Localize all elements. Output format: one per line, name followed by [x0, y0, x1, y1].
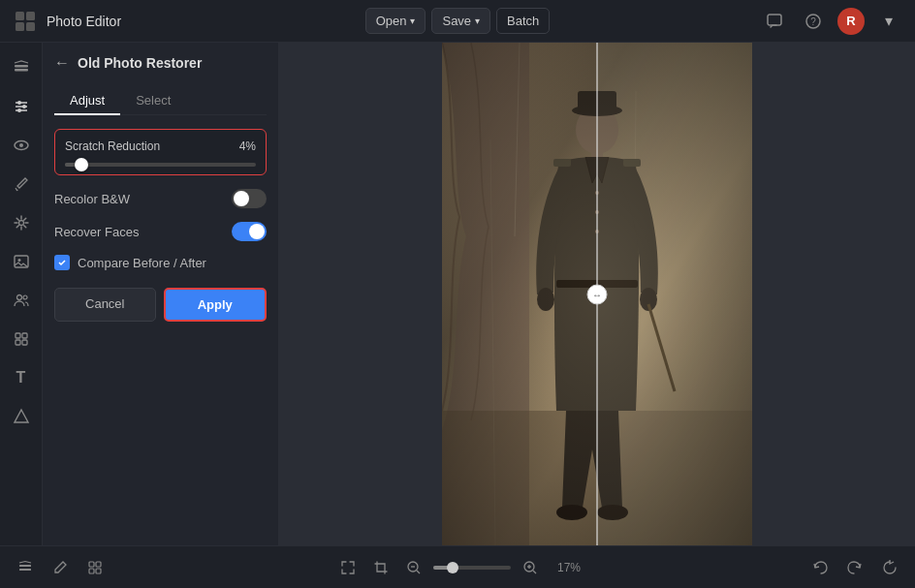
compare-checkbox[interactable]	[54, 255, 70, 270]
recover-faces-label: Recover Faces	[54, 225, 139, 239]
zoom-in-icon[interactable]	[517, 554, 544, 581]
svg-rect-52	[19, 565, 31, 567]
panel-back-button[interactable]: ← Old Photo Restorer	[54, 54, 267, 72]
app-title: Photo Editor	[47, 14, 121, 29]
svg-rect-1	[26, 12, 35, 20]
svg-point-21	[23, 295, 27, 299]
recover-faces-toggle[interactable]	[232, 222, 267, 241]
svg-rect-22	[16, 333, 20, 338]
plugin-icon[interactable]	[4, 322, 39, 356]
tab-row: Adjust Select	[54, 87, 267, 115]
sliders-icon[interactable]	[4, 89, 39, 124]
grid2-icon[interactable]	[81, 554, 109, 581]
undo-icon[interactable]	[806, 554, 834, 581]
batch-button[interactable]: Batch	[496, 8, 550, 34]
svg-rect-54	[89, 562, 94, 567]
layers-icon[interactable]	[4, 50, 39, 85]
cancel-button[interactable]: Cancel	[54, 288, 156, 322]
zoom-out-icon[interactable]	[400, 554, 427, 581]
layers2-icon[interactable]	[12, 554, 39, 581]
shape-icon[interactable]	[4, 399, 39, 434]
svg-rect-57	[96, 569, 101, 573]
photo-container: ↔	[442, 43, 752, 545]
zoom-slider[interactable]	[433, 566, 511, 570]
compare-row: Compare Before / After	[54, 255, 267, 270]
photo-canvas: ↔	[442, 43, 752, 545]
compare-label: Compare Before / After	[78, 256, 206, 270]
scratch-reduction-box: Scratch Reduction 4%	[54, 129, 267, 175]
action-buttons: Cancel Apply	[54, 288, 267, 322]
svg-rect-0	[16, 12, 24, 20]
svg-point-12	[17, 101, 21, 105]
people-icon[interactable]	[4, 283, 39, 318]
bottombar: 17%	[0, 545, 915, 588]
svg-point-20	[16, 295, 21, 300]
zoom-percentage: 17%	[550, 561, 581, 574]
apply-button[interactable]: Apply	[164, 288, 268, 322]
svg-rect-8	[15, 69, 28, 72]
svg-text:↔: ↔	[592, 290, 602, 300]
svg-line-60	[417, 571, 420, 573]
svg-rect-4	[768, 15, 781, 25]
main-area: T ← Old Photo Restorer Adjust Select Scr…	[0, 43, 915, 545]
svg-rect-2	[16, 22, 24, 31]
recolor-bw-row: Recolor B&W	[54, 189, 267, 208]
crop2-icon[interactable]	[367, 554, 394, 581]
brush-icon[interactable]	[4, 167, 39, 201]
open-button[interactable]: Open ▾	[365, 8, 426, 34]
svg-rect-7	[15, 65, 28, 68]
fit-screen-icon[interactable]	[334, 554, 362, 581]
svg-point-19	[17, 259, 20, 262]
recolor-bw-toggle[interactable]	[232, 189, 267, 208]
chat-icon[interactable]	[760, 7, 789, 36]
tab-adjust[interactable]: Adjust	[54, 87, 120, 115]
save-chevron-icon: ▾	[475, 15, 480, 26]
svg-rect-23	[22, 333, 27, 338]
canvas-area: ↔	[279, 43, 915, 545]
panel: ← Old Photo Restorer Adjust Select Scrat…	[43, 43, 279, 545]
eye-icon[interactable]	[4, 128, 39, 163]
user-avatar[interactable]: R	[837, 8, 865, 35]
svg-line-64	[533, 571, 536, 573]
scratch-reduction-slider[interactable]	[65, 163, 256, 167]
scratch-reduction-label: Scratch Reduction	[65, 139, 160, 153]
svg-rect-3	[26, 22, 35, 31]
recolor-bw-label: Recolor B&W	[54, 192, 130, 206]
svg-rect-25	[22, 340, 27, 345]
app-logo	[12, 8, 39, 35]
expand-icon[interactable]: ▾	[874, 7, 903, 36]
topbar: Photo Editor Open ▾ Save ▾ Batch ?	[0, 0, 915, 43]
magic-icon[interactable]	[4, 205, 39, 240]
tab-select[interactable]: Select	[120, 87, 186, 115]
svg-rect-53	[19, 569, 31, 571]
open-chevron-icon: ▾	[410, 15, 415, 26]
svg-point-13	[22, 105, 26, 108]
panel-title: Old Photo Restorer	[78, 55, 202, 71]
icon-sidebar: T	[0, 43, 43, 545]
redo-icon[interactable]	[841, 554, 868, 581]
photo-icon[interactable]	[4, 244, 39, 279]
edit2-icon[interactable]	[47, 554, 74, 581]
svg-rect-24	[16, 340, 20, 345]
reset-icon[interactable]	[876, 554, 903, 581]
svg-rect-55	[96, 562, 101, 567]
back-arrow-icon: ←	[54, 54, 70, 72]
svg-text:?: ?	[810, 16, 816, 27]
svg-point-17	[18, 221, 23, 226]
svg-point-14	[17, 108, 21, 112]
help-icon[interactable]: ?	[799, 7, 828, 36]
save-button[interactable]: Save ▾	[431, 8, 490, 34]
svg-point-16	[19, 143, 23, 147]
recover-faces-row: Recover Faces	[54, 222, 267, 241]
text-icon[interactable]: T	[4, 360, 39, 395]
scratch-reduction-value: 4%	[239, 139, 256, 153]
svg-rect-56	[89, 569, 94, 573]
